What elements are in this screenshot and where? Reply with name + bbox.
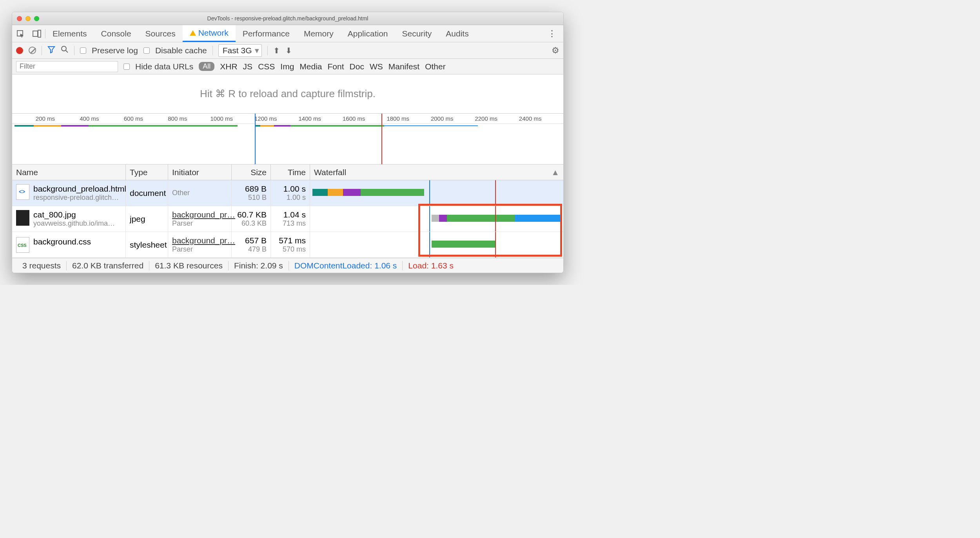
filter-type[interactable]: Other bbox=[425, 62, 446, 71]
more-menu-icon[interactable]: ⋮ bbox=[541, 29, 563, 39]
waterfall-cell bbox=[310, 232, 563, 257]
timeline-tick: 1800 ms bbox=[387, 115, 409, 122]
titlebar: DevTools - responsive-preload.glitch.me/… bbox=[12, 12, 563, 25]
filter-type[interactable]: Img bbox=[280, 62, 294, 71]
devtools-window: DevTools - responsive-preload.glitch.me/… bbox=[12, 12, 564, 273]
load-marker bbox=[381, 114, 382, 164]
separator bbox=[267, 46, 268, 55]
col-type[interactable]: Type bbox=[126, 165, 168, 180]
request-size-raw: 510 B bbox=[236, 194, 267, 202]
table-row[interactable]: background.css stylesheet background_pr…… bbox=[12, 232, 563, 258]
hide-urls-label: Hide data URLs bbox=[135, 62, 193, 71]
device-icon[interactable] bbox=[29, 30, 45, 38]
dcl-line bbox=[429, 232, 430, 257]
warning-icon bbox=[190, 30, 196, 36]
tab-performance[interactable]: Performance bbox=[236, 25, 297, 42]
timeline-tick: 400 ms bbox=[80, 115, 99, 122]
svg-point-3 bbox=[62, 46, 66, 51]
request-size-raw: 60.3 KB bbox=[236, 219, 267, 228]
filmstrip-hint: Hit ⌘ R to reload and capture filmstrip. bbox=[12, 74, 563, 114]
css-file-icon bbox=[16, 237, 29, 253]
filter-type[interactable]: CSS bbox=[258, 62, 275, 71]
dcl-marker bbox=[255, 114, 256, 164]
throttle-select[interactable]: Fast 3G bbox=[218, 44, 262, 57]
filter-type[interactable]: Doc bbox=[350, 62, 364, 71]
funnel-icon[interactable] bbox=[47, 45, 55, 55]
clear-icon[interactable] bbox=[29, 47, 36, 54]
tab-application[interactable]: Application bbox=[341, 25, 395, 42]
search-icon[interactable] bbox=[61, 45, 69, 55]
timeline-overview[interactable]: 200 ms 400 ms 600 ms 800 ms 1000 ms 1200… bbox=[12, 114, 563, 165]
disable-cache-checkbox[interactable] bbox=[143, 47, 150, 54]
separator bbox=[212, 46, 213, 55]
filter-type[interactable]: WS bbox=[370, 62, 383, 71]
download-icon[interactable]: ⬇ bbox=[285, 46, 292, 55]
svg-rect-1 bbox=[33, 31, 38, 36]
timeline-tick: 2400 ms bbox=[519, 115, 542, 122]
col-initiator[interactable]: Initiator bbox=[168, 165, 232, 180]
timeline-tick: 2200 ms bbox=[475, 115, 497, 122]
status-transferred: 62.0 KB transferred bbox=[67, 261, 149, 270]
tab-audits[interactable]: Audits bbox=[439, 25, 475, 42]
request-time-raw: 1.00 s bbox=[275, 194, 306, 202]
request-time: 571 ms bbox=[275, 236, 306, 245]
timeline-tick: 800 ms bbox=[168, 115, 187, 122]
filter-type[interactable]: XHR bbox=[220, 62, 237, 71]
request-size: 689 B bbox=[236, 184, 267, 194]
record-icon[interactable] bbox=[16, 47, 23, 54]
dcl-line bbox=[429, 180, 430, 206]
tab-network-label: Network bbox=[198, 28, 229, 38]
svg-line-4 bbox=[66, 51, 68, 53]
preserve-log-checkbox[interactable] bbox=[80, 47, 86, 54]
request-initiator[interactable]: background_pr… bbox=[172, 236, 227, 245]
sort-icon: ▲ bbox=[551, 168, 559, 177]
initiator-type: Parser bbox=[172, 219, 227, 228]
tab-elements[interactable]: Elements bbox=[45, 25, 94, 42]
timeline-tick: 2000 ms bbox=[431, 115, 454, 122]
request-name: background.css bbox=[33, 237, 91, 246]
load-line bbox=[495, 206, 496, 232]
tab-network[interactable]: Network bbox=[183, 25, 236, 42]
request-initiator: Other bbox=[172, 189, 227, 197]
filter-type[interactable]: Media bbox=[299, 62, 322, 71]
request-name: background_preload.html bbox=[33, 184, 126, 194]
col-time[interactable]: Time bbox=[271, 165, 310, 180]
table-row[interactable]: cat_800.jpg yoavweiss.github.io/ima… jpe… bbox=[12, 206, 563, 232]
tab-memory[interactable]: Memory bbox=[297, 25, 341, 42]
tab-console[interactable]: Console bbox=[94, 25, 138, 42]
network-toolbar: Preserve log Disable cache Fast 3G ⬆ ⬇ ⚙ bbox=[12, 42, 563, 59]
status-dcl: DOMContentLoaded: 1.06 s bbox=[289, 261, 403, 270]
panel-tabs: Elements Console Sources Network Perform… bbox=[12, 25, 563, 42]
status-bar: 3 requests 62.0 KB transferred 61.3 KB r… bbox=[12, 258, 563, 273]
network-table-body: background_preload.html responsive-prelo… bbox=[12, 180, 563, 258]
load-line bbox=[495, 232, 496, 257]
settings-icon[interactable]: ⚙ bbox=[552, 45, 559, 56]
filter-all[interactable]: All bbox=[199, 62, 214, 71]
filter-input[interactable] bbox=[16, 61, 118, 72]
timeline-tick: 1600 ms bbox=[343, 115, 365, 122]
request-name: cat_800.jpg bbox=[33, 210, 115, 219]
col-waterfall[interactable]: Waterfall▲ bbox=[310, 165, 563, 180]
tab-security[interactable]: Security bbox=[395, 25, 439, 42]
timeline-ruler: 200 ms 400 ms 600 ms 800 ms 1000 ms 1200… bbox=[12, 114, 563, 124]
col-size[interactable]: Size bbox=[232, 165, 271, 180]
request-time: 1.00 s bbox=[275, 184, 306, 194]
html-file-icon bbox=[16, 184, 29, 200]
upload-icon[interactable]: ⬆ bbox=[273, 46, 280, 55]
filter-type[interactable]: JS bbox=[243, 62, 253, 71]
inspect-icon[interactable] bbox=[12, 30, 29, 38]
timeline-tick: 1200 ms bbox=[254, 115, 277, 122]
window-title: DevTools - responsive-preload.glitch.me/… bbox=[12, 15, 563, 22]
request-time-raw: 713 ms bbox=[275, 219, 306, 228]
image-file-icon bbox=[16, 210, 29, 226]
col-name[interactable]: Name bbox=[12, 165, 126, 180]
filter-bar: Hide data URLs All XHR JS CSS Img Media … bbox=[12, 59, 563, 74]
timeline-bars bbox=[12, 124, 563, 128]
filter-type[interactable]: Manifest bbox=[388, 62, 419, 71]
hide-urls-checkbox[interactable] bbox=[123, 63, 130, 70]
filter-type[interactable]: Font bbox=[328, 62, 344, 71]
tab-sources[interactable]: Sources bbox=[138, 25, 183, 42]
request-size: 60.7 KB bbox=[236, 210, 267, 219]
table-row[interactable]: background_preload.html responsive-prelo… bbox=[12, 180, 563, 206]
request-initiator[interactable]: background_pr… bbox=[172, 210, 227, 219]
